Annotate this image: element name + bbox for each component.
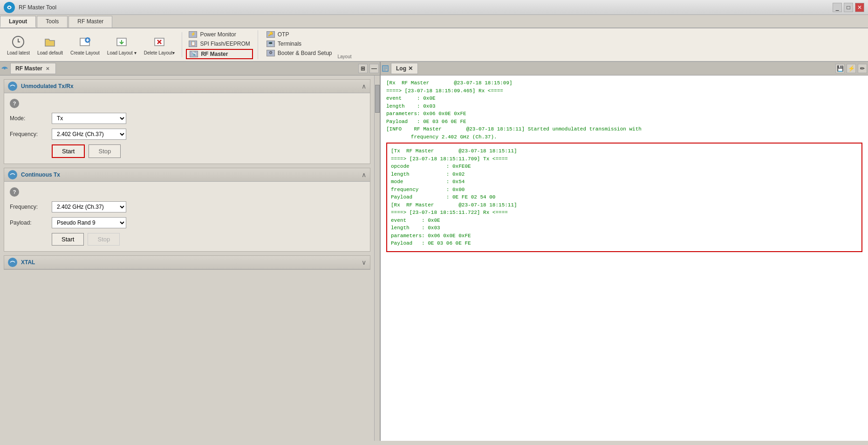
log-line: Payload : 0E 03 06 0E FE bbox=[391, 240, 858, 247]
power-monitor-icon: ⚡ bbox=[189, 31, 197, 38]
xtal-header[interactable]: XTAL ∨ bbox=[4, 256, 370, 269]
log-content: [Rx RF Master @23-07-18 18:15:09]====> [… bbox=[381, 75, 868, 441]
rf-master-content: Unmodulated Tx/Rx ∧ ? Mode: Tx Rx Off bbox=[0, 75, 374, 441]
rf-master-panel-wrapper: RF Master ✕ ⊞ — bbox=[0, 62, 380, 441]
log-line: parameters: 0x06 0x0E 0xFE bbox=[391, 232, 858, 240]
log-highlight-block: [Tx RF Master @23-07-18 18:15:11]====> [… bbox=[386, 143, 862, 252]
xtal-collapse-btn[interactable]: ∨ bbox=[362, 259, 366, 266]
svg-point-11 bbox=[4, 68, 6, 69]
log-line: parameters: 0x06 0x0E 0xFE bbox=[386, 110, 862, 118]
log-line: [INFO RF Master @23-07-18 18:15:11] Star… bbox=[386, 125, 862, 133]
xtal-icon bbox=[8, 258, 17, 267]
log-panel-icon bbox=[382, 65, 389, 72]
continuous-tx-stop-button: Stop bbox=[88, 233, 120, 246]
folder-icon bbox=[42, 34, 57, 49]
log-close-btn[interactable]: ✕ bbox=[408, 65, 413, 72]
rf-master-icon: 📡 bbox=[190, 51, 198, 57]
log-line: [Rx RF Master @23-07-18 18:15:09] bbox=[386, 79, 862, 87]
log-line: event : 0x0E bbox=[391, 217, 858, 225]
left-panel-scrollbar[interactable] bbox=[374, 75, 380, 441]
close-btn[interactable]: ✕ bbox=[855, 3, 864, 12]
continuous-tx-start-button[interactable]: Start bbox=[52, 233, 84, 246]
continuous-tx-buttons: Start Stop bbox=[52, 233, 364, 246]
frequency-select[interactable]: 2.402 GHz (Ch.37) 2.426 GHz (Ch.38) 2.48… bbox=[52, 129, 126, 140]
continuous-tx-section: Continuous Tx ∧ ? Frequency: 2.402 GHz (… bbox=[4, 168, 370, 252]
tab-rf-master[interactable]: RF Master bbox=[68, 16, 112, 27]
log-line: mode : 0x54 bbox=[391, 178, 858, 186]
rf-master-panel: RF Master ✕ ⊞ — bbox=[0, 62, 380, 441]
panel-tab-actions: ⊞ — bbox=[358, 64, 379, 73]
title-bar: RF Master Tool _ □ ✕ bbox=[0, 0, 868, 15]
minimize-btn[interactable]: _ bbox=[833, 3, 842, 12]
continuous-tx-collapse-btn[interactable]: ∧ bbox=[362, 171, 366, 178]
load-latest-button[interactable]: Load latest bbox=[4, 32, 33, 58]
log-line: ====> [23-07-18 18:15:09.465] Rx <==== bbox=[386, 87, 862, 95]
maximize-btn[interactable]: □ bbox=[844, 3, 853, 12]
log-tab[interactable]: Log ✕ bbox=[391, 63, 418, 74]
rf-master-tab-bar: RF Master ✕ ⊞ — bbox=[0, 62, 380, 75]
otp-icon: 🔑 bbox=[267, 31, 275, 38]
power-monitor-button[interactable]: ⚡ Power Monitor bbox=[186, 30, 253, 39]
tab-layout[interactable]: Layout bbox=[0, 16, 36, 27]
panel-expand-btn[interactable]: ⊞ bbox=[358, 64, 368, 73]
log-settings-btn[interactable]: ✏ bbox=[858, 64, 867, 73]
mode-row: Mode: Tx Rx Off bbox=[10, 113, 364, 124]
cont-frequency-select[interactable]: 2.402 GHz (Ch.37) 2.426 GHz (Ch.38) 2.48… bbox=[52, 201, 126, 212]
toolbar-left-buttons: Load latest Load default Create Layout bbox=[4, 30, 178, 59]
main-area: RF Master ✕ ⊞ — bbox=[0, 62, 868, 441]
log-line: Payload : 0E 03 06 0E FE bbox=[386, 118, 862, 126]
unmodulated-icon bbox=[8, 82, 17, 91]
load-layout-button[interactable]: Load Layout ▾ bbox=[104, 32, 140, 58]
create-layout-icon bbox=[77, 34, 92, 49]
app-title: RF Master Tool bbox=[19, 4, 56, 11]
log-tab-actions: 💾 ⚡ ✏ bbox=[835, 64, 867, 73]
spi-flash-icon: 📋 bbox=[189, 41, 197, 47]
log-line: frequency : 0x00 bbox=[391, 186, 858, 194]
load-default-button[interactable]: Load default bbox=[34, 32, 66, 58]
create-layout-button[interactable]: Create Layout bbox=[67, 32, 103, 58]
tab-tools[interactable]: Tools bbox=[37, 16, 68, 27]
log-line: Payload : 0E FE 02 54 00 bbox=[391, 193, 858, 201]
continuous-tx-help-btn[interactable]: ? bbox=[10, 187, 19, 197]
panel-minimize-btn[interactable]: — bbox=[369, 64, 379, 73]
log-clear-btn[interactable]: ⚡ bbox=[847, 64, 856, 73]
unmodulated-stop-button[interactable]: Stop bbox=[89, 144, 121, 158]
log-line: opcode : 0xFE0E bbox=[391, 163, 858, 171]
unmodulated-help-btn[interactable]: ? bbox=[10, 99, 19, 108]
unmodulated-collapse-btn[interactable]: ∧ bbox=[362, 82, 366, 90]
spi-flash-button[interactable]: 📋 SPI Flash/EEPROM bbox=[186, 40, 253, 48]
unmodulated-buttons: Start Stop bbox=[52, 144, 364, 158]
unmodulated-start-button[interactable]: Start bbox=[52, 144, 85, 158]
log-line: ====> [23-07-18 18:15:11.709] Tx <==== bbox=[391, 155, 858, 163]
unmodulated-header[interactable]: Unmodulated Tx/Rx ∧ bbox=[4, 80, 370, 93]
log-tab-bar: Log ✕ 💾 ⚡ ✏ bbox=[381, 62, 868, 75]
log-line: ====> [23-07-18 18:15:11.722] Rx <==== bbox=[391, 209, 858, 217]
rf-master-toolbar-button[interactable]: 📡 RF Master bbox=[186, 49, 253, 59]
log-line: length : 0x03 bbox=[391, 224, 858, 232]
log-line: length : 0x03 bbox=[386, 103, 862, 110]
otp-button[interactable]: 🔑 OTP bbox=[264, 30, 335, 39]
terminals-button[interactable]: 💻 Terminals bbox=[264, 40, 335, 48]
scroll-thumb[interactable] bbox=[375, 85, 380, 113]
payload-select[interactable]: Pseudo Rand 9 Pseudo Rand 15 All 1s All … bbox=[52, 217, 126, 228]
log-save-btn[interactable]: 💾 bbox=[835, 64, 845, 73]
log-line: [Tx RF Master @23-07-18 18:15:11] bbox=[391, 147, 858, 155]
unmodulated-section: Unmodulated Tx/Rx ∧ ? Mode: Tx Rx Off bbox=[4, 79, 370, 164]
unmodulated-body: ? Mode: Tx Rx Off Frequency: bbox=[4, 93, 370, 164]
mode-select[interactable]: Tx Rx Off bbox=[52, 113, 126, 124]
rf-master-tab[interactable]: RF Master ✕ bbox=[10, 63, 56, 74]
delete-layout-button[interactable]: Delete Layout▾ bbox=[141, 32, 178, 58]
payload-row: Payload: Pseudo Rand 9 Pseudo Rand 15 Al… bbox=[10, 217, 364, 228]
log-line: event : 0x0E bbox=[386, 95, 862, 103]
delete-layout-icon bbox=[152, 34, 167, 49]
svg-point-0 bbox=[6, 4, 13, 11]
frequency-row: Frequency: 2.402 GHz (Ch.37) 2.426 GHz (… bbox=[10, 129, 364, 140]
continuous-tx-icon bbox=[8, 170, 17, 179]
continuous-tx-header[interactable]: Continuous Tx ∧ bbox=[4, 168, 370, 182]
continuous-tx-body: ? Frequency: 2.402 GHz (Ch.37) 2.426 GHz… bbox=[4, 182, 370, 251]
xtal-section: XTAL ∨ bbox=[4, 255, 370, 270]
log-line: frequency 2.402 GHz (Ch.37). bbox=[386, 133, 862, 141]
rf-master-panel-icon bbox=[1, 65, 8, 72]
booter-board-button[interactable]: ⚙ Booter & Board Setup bbox=[264, 49, 335, 57]
rf-master-close-btn[interactable]: ✕ bbox=[44, 65, 51, 72]
